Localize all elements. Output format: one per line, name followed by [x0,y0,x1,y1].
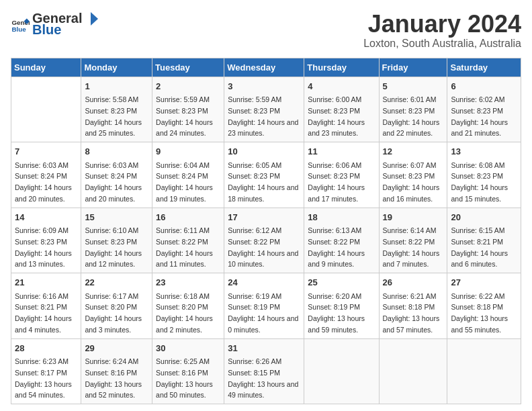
calendar-table: Sunday Monday Tuesday Wednesday Thursday… [11,58,521,405]
day-number: 29 [85,342,148,355]
day-number: 16 [156,211,220,224]
day-info: Sunrise: 6:16 AMSunset: 8:21 PMDaylight:… [15,292,72,334]
calendar-cell: 4Sunrise: 6:00 AMSunset: 8:23 PMDaylight… [304,77,379,142]
day-number: 6 [451,80,517,93]
day-number: 31 [228,342,300,355]
day-number: 5 [383,80,444,93]
calendar-cell: 21Sunrise: 6:16 AMSunset: 8:21 PMDayligh… [11,273,81,339]
calendar-cell: 10Sunrise: 6:05 AMSunset: 8:23 PMDayligh… [224,142,304,208]
day-number: 7 [15,145,77,158]
day-number: 19 [383,211,444,224]
day-number: 26 [383,276,444,289]
calendar-cell: 14Sunrise: 6:09 AMSunset: 8:23 PMDayligh… [11,208,81,273]
day-number: 18 [308,211,375,224]
calendar-cell: 15Sunrise: 6:10 AMSunset: 8:23 PMDayligh… [81,208,152,273]
calendar-cell [379,338,447,404]
day-number: 11 [308,145,375,158]
day-info: Sunrise: 6:07 AMSunset: 8:23 PMDaylight:… [383,161,440,203]
calendar-cell [11,77,81,142]
day-info: Sunrise: 6:00 AMSunset: 8:23 PMDaylight:… [308,95,365,137]
title-section: January 2024 Loxton, South Australia, Au… [363,11,521,50]
day-info: Sunrise: 6:05 AMSunset: 8:23 PMDaylight:… [228,161,298,203]
day-number: 25 [308,276,375,289]
day-number: 27 [451,276,517,289]
svg-marker-3 [91,12,98,26]
calendar-cell: 12Sunrise: 6:07 AMSunset: 8:23 PMDayligh… [379,142,447,208]
day-number: 21 [15,276,77,289]
calendar-cell: 19Sunrise: 6:14 AMSunset: 8:22 PMDayligh… [379,208,447,273]
calendar-body: 1Sunrise: 5:58 AMSunset: 8:23 PMDaylight… [11,77,521,404]
calendar-cell: 5Sunrise: 6:01 AMSunset: 8:23 PMDaylight… [379,77,447,142]
calendar-cell: 11Sunrise: 6:06 AMSunset: 8:23 PMDayligh… [304,142,379,208]
day-number: 17 [228,211,300,224]
day-info: Sunrise: 5:59 AMSunset: 8:23 PMDaylight:… [156,95,213,137]
day-number: 13 [451,145,517,158]
day-number: 22 [85,276,148,289]
day-info: Sunrise: 6:26 AMSunset: 8:15 PMDaylight:… [228,357,298,399]
calendar-cell: 2Sunrise: 5:59 AMSunset: 8:23 PMDaylight… [152,77,224,142]
calendar-cell: 1Sunrise: 5:58 AMSunset: 8:23 PMDaylight… [81,77,152,142]
day-info: Sunrise: 6:04 AMSunset: 8:24 PMDaylight:… [156,161,213,203]
day-number: 24 [228,276,300,289]
calendar-cell [304,338,379,404]
day-info: Sunrise: 6:12 AMSunset: 8:22 PMDaylight:… [228,226,298,268]
calendar-cell: 28Sunrise: 6:23 AMSunset: 8:17 PMDayligh… [11,338,81,404]
day-info: Sunrise: 6:02 AMSunset: 8:23 PMDaylight:… [451,95,508,137]
day-info: Sunrise: 6:01 AMSunset: 8:23 PMDaylight:… [383,95,440,137]
calendar-subtitle: Loxton, South Australia, Australia [363,38,521,50]
calendar-cell: 26Sunrise: 6:21 AMSunset: 8:18 PMDayligh… [379,273,447,339]
svg-text:Blue: Blue [11,26,26,33]
col-monday: Monday [81,58,152,77]
day-number: 15 [85,211,148,224]
col-friday: Friday [379,58,447,77]
calendar-cell: 16Sunrise: 6:11 AMSunset: 8:22 PMDayligh… [152,208,224,273]
day-info: Sunrise: 6:08 AMSunset: 8:23 PMDaylight:… [451,161,508,203]
day-info: Sunrise: 6:20 AMSunset: 8:19 PMDaylight:… [308,292,365,334]
day-number: 10 [228,145,300,158]
day-info: Sunrise: 6:23 AMSunset: 8:17 PMDaylight:… [15,357,72,399]
calendar-week-row: 21Sunrise: 6:16 AMSunset: 8:21 PMDayligh… [11,273,521,339]
calendar-cell: 6Sunrise: 6:02 AMSunset: 8:23 PMDaylight… [447,77,521,142]
day-number: 14 [15,211,77,224]
header: General Blue General Blue January 2024 L… [11,11,521,50]
day-number: 8 [85,145,148,158]
calendar-cell: 3Sunrise: 5:59 AMSunset: 8:23 PMDaylight… [224,77,304,142]
day-info: Sunrise: 6:06 AMSunset: 8:23 PMDaylight:… [308,161,365,203]
calendar-cell: 31Sunrise: 6:26 AMSunset: 8:15 PMDayligh… [224,338,304,404]
calendar-cell: 29Sunrise: 6:24 AMSunset: 8:16 PMDayligh… [81,338,152,404]
calendar-cell [447,338,521,404]
day-number: 1 [85,80,148,93]
logo: General Blue General Blue [11,11,98,38]
day-info: Sunrise: 6:19 AMSunset: 8:19 PMDaylight:… [228,292,298,334]
calendar-week-row: 28Sunrise: 6:23 AMSunset: 8:17 PMDayligh… [11,338,521,404]
calendar-week-row: 7Sunrise: 6:03 AMSunset: 8:24 PMDaylight… [11,142,521,208]
calendar-cell: 25Sunrise: 6:20 AMSunset: 8:19 PMDayligh… [304,273,379,339]
day-number: 30 [156,342,220,355]
col-wednesday: Wednesday [224,58,304,77]
calendar-cell: 27Sunrise: 6:22 AMSunset: 8:18 PMDayligh… [447,273,521,339]
day-number: 4 [308,80,375,93]
calendar-header-row: Sunday Monday Tuesday Wednesday Thursday… [11,58,521,77]
day-info: Sunrise: 6:10 AMSunset: 8:23 PMDaylight:… [85,226,142,268]
logo-icon: General Blue [11,15,30,34]
day-info: Sunrise: 6:21 AMSunset: 8:18 PMDaylight:… [383,292,440,334]
day-number: 20 [451,211,517,224]
day-info: Sunrise: 6:18 AMSunset: 8:20 PMDaylight:… [156,292,213,334]
calendar-title: January 2024 [363,11,521,38]
day-info: Sunrise: 5:58 AMSunset: 8:23 PMDaylight:… [85,95,142,137]
calendar-cell: 23Sunrise: 6:18 AMSunset: 8:20 PMDayligh… [152,273,224,339]
day-info: Sunrise: 6:25 AMSunset: 8:16 PMDaylight:… [156,357,213,399]
day-number: 23 [156,276,220,289]
calendar-cell: 8Sunrise: 6:03 AMSunset: 8:24 PMDaylight… [81,142,152,208]
col-tuesday: Tuesday [152,58,224,77]
day-number: 28 [15,342,77,355]
calendar-week-row: 14Sunrise: 6:09 AMSunset: 8:23 PMDayligh… [11,208,521,273]
day-info: Sunrise: 6:24 AMSunset: 8:16 PMDaylight:… [85,357,142,399]
calendar-cell: 30Sunrise: 6:25 AMSunset: 8:16 PMDayligh… [152,338,224,404]
calendar-week-row: 1Sunrise: 5:58 AMSunset: 8:23 PMDaylight… [11,77,521,142]
day-info: Sunrise: 6:22 AMSunset: 8:18 PMDaylight:… [451,292,508,334]
day-number: 12 [383,145,444,158]
col-sunday: Sunday [11,58,81,77]
calendar-cell: 20Sunrise: 6:15 AMSunset: 8:21 PMDayligh… [447,208,521,273]
day-info: Sunrise: 6:03 AMSunset: 8:24 PMDaylight:… [85,161,142,203]
